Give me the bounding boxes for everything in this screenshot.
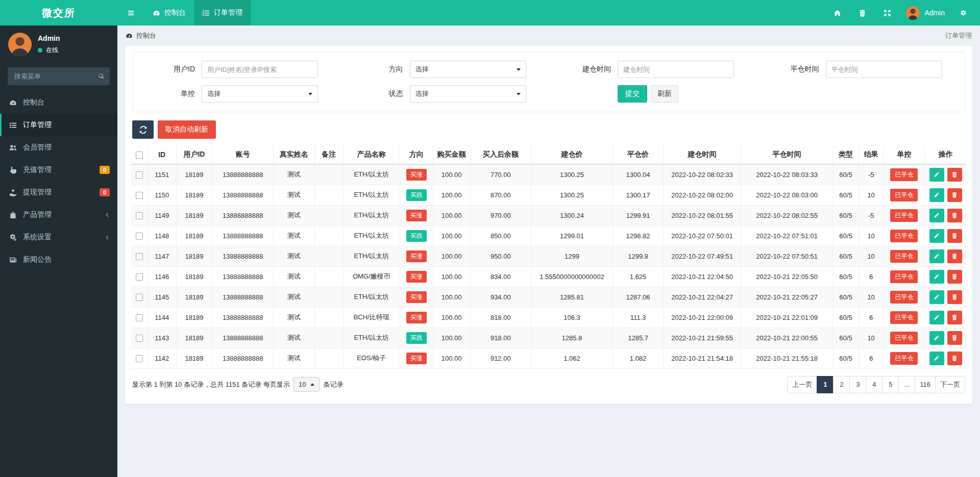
menu-search-input[interactable] <box>8 67 110 85</box>
nav-tab-label: 控制台 <box>164 8 186 17</box>
open-time-input[interactable] <box>618 61 734 78</box>
sidebar-item-充值管理[interactable]: 充值管理0 <box>0 159 117 181</box>
filter-refresh-button[interactable]: 刷新 <box>651 85 678 103</box>
row-checkbox[interactable] <box>136 233 143 240</box>
page-button-...[interactable]: ... <box>898 376 915 393</box>
delete-button[interactable] <box>947 270 962 284</box>
edit-button[interactable] <box>929 249 944 263</box>
close-time-input[interactable] <box>826 61 942 78</box>
row-checkbox[interactable] <box>136 171 143 179</box>
cell-name: 测试 <box>273 225 314 246</box>
delete-button[interactable] <box>947 249 962 263</box>
cell-type: 60/5 <box>833 205 859 225</box>
page-button-2[interactable]: 2 <box>833 376 850 393</box>
edit-button[interactable] <box>929 331 944 345</box>
search-icon[interactable] <box>97 72 105 80</box>
edit-button[interactable] <box>929 270 944 284</box>
row-checkbox[interactable] <box>136 253 143 260</box>
page-button-1[interactable]: 1 <box>817 376 834 393</box>
sidebar-toggle-button[interactable] <box>117 0 144 26</box>
online-dot <box>38 48 42 53</box>
page-button-4[interactable]: 4 <box>866 376 883 393</box>
row-checkbox[interactable] <box>136 355 143 362</box>
row-checkbox[interactable] <box>136 314 143 321</box>
control-badge: 已平仓 <box>890 311 918 324</box>
table-row: 11431818913888888888测试ETH/以太坊买跌100.00918… <box>131 328 966 348</box>
cell-name: 测试 <box>273 328 314 348</box>
cell-id: 1147 <box>148 246 176 266</box>
delete-button[interactable] <box>947 188 962 202</box>
sidebar-item-新闻公告[interactable]: 新闻公告 <box>0 248 117 271</box>
clear-button[interactable] <box>850 0 875 26</box>
row-checkbox[interactable] <box>136 192 143 199</box>
page-button-下一页[interactable]: 下一页 <box>935 376 965 393</box>
cell-close_time: 2022-10-21 22:01:09 <box>741 307 833 328</box>
delete-button[interactable] <box>947 331 962 345</box>
page-button-116[interactable]: 116 <box>915 376 936 393</box>
sidebar-item-控制台[interactable]: 控制台 <box>0 91 117 114</box>
cell-amount: 100.00 <box>433 246 470 266</box>
cell-remark <box>314 164 343 185</box>
nav-tab-2[interactable]: 订单管理 <box>194 0 251 26</box>
delete-button[interactable] <box>947 209 962 222</box>
nav-tab-1[interactable]: 控制台 <box>144 0 194 26</box>
cell-actions <box>925 185 966 205</box>
edit-button[interactable] <box>929 290 944 304</box>
column-header-11: 平仓价 <box>612 145 663 164</box>
delete-button[interactable] <box>947 229 962 243</box>
edit-button[interactable] <box>929 311 944 324</box>
edit-button[interactable] <box>929 188 944 202</box>
page-button-上一页[interactable]: 上一页 <box>787 376 817 393</box>
main-panel: 用户ID 方向 选择 建仓时间 平仓时间 <box>125 46 972 404</box>
cell-actions <box>925 246 966 266</box>
cell-amount: 100.00 <box>433 328 470 348</box>
sidebar-item-产品管理[interactable]: 产品管理 <box>0 204 117 226</box>
sidebar-item-系统设置[interactable]: 系统设置 <box>0 226 117 248</box>
user-id-input[interactable] <box>202 61 318 78</box>
edit-button[interactable] <box>929 209 944 222</box>
settings-button[interactable] <box>951 0 976 26</box>
page-size-select[interactable]: 10 <box>293 377 320 392</box>
edit-button[interactable] <box>929 168 944 182</box>
cancel-auto-refresh-button[interactable]: 取消自动刷新 <box>158 120 216 139</box>
status-select[interactable]: 选择 <box>410 85 526 103</box>
sidebar-item-订单管理[interactable]: 订单管理 <box>0 114 117 136</box>
summary-text: 显示第 1 到第 10 条记录，总共 1151 条记录 每页显示 <box>132 380 290 389</box>
control-select[interactable]: 选择 <box>202 85 318 103</box>
gear-icon <box>960 9 967 17</box>
table-row: 11461818913888888888测试OMG/嫩模币买涨100.00834… <box>131 266 966 287</box>
user-menu[interactable]: Admin <box>900 0 951 26</box>
edit-button[interactable] <box>929 352 944 365</box>
direction-select[interactable]: 选择 <box>410 61 526 78</box>
delete-button[interactable] <box>947 311 962 324</box>
cell-id: 1150 <box>148 185 176 205</box>
brand-logo[interactable]: 微交所 <box>0 0 117 26</box>
filter-group-status: 状态 选择 <box>341 85 549 103</box>
page-button-3[interactable]: 3 <box>849 376 866 393</box>
count-badge: 0 <box>100 188 110 196</box>
delete-button[interactable] <box>947 352 962 365</box>
select-all-checkbox[interactable] <box>136 152 143 159</box>
breadcrumb[interactable]: 控制台 <box>126 31 156 40</box>
delete-button[interactable] <box>947 290 962 304</box>
cell-checkbox <box>131 287 148 307</box>
row-checkbox[interactable] <box>136 212 143 219</box>
refresh-button[interactable] <box>132 120 154 139</box>
cell-uid: 18189 <box>176 185 212 205</box>
cell-balance: 918.00 <box>470 328 531 348</box>
cell-balance: 912.00 <box>470 348 531 368</box>
trash-icon <box>951 212 958 218</box>
sidebar-menu: 控制台订单管理会员管理充值管理0提现管理0产品管理系统设置新闻公告 <box>0 91 117 271</box>
sidebar-item-会员管理[interactable]: 会员管理 <box>0 136 117 159</box>
pencil-icon <box>934 253 940 259</box>
home-button[interactable] <box>825 0 850 26</box>
row-checkbox[interactable] <box>136 294 143 301</box>
delete-button[interactable] <box>947 168 962 182</box>
row-checkbox[interactable] <box>136 335 143 342</box>
submit-button[interactable]: 提交 <box>618 85 647 103</box>
row-checkbox[interactable] <box>136 273 143 281</box>
sidebar-item-提现管理[interactable]: 提现管理0 <box>0 181 117 204</box>
page-button-5[interactable]: 5 <box>882 376 899 393</box>
fullscreen-button[interactable] <box>875 0 900 26</box>
edit-button[interactable] <box>929 229 944 243</box>
